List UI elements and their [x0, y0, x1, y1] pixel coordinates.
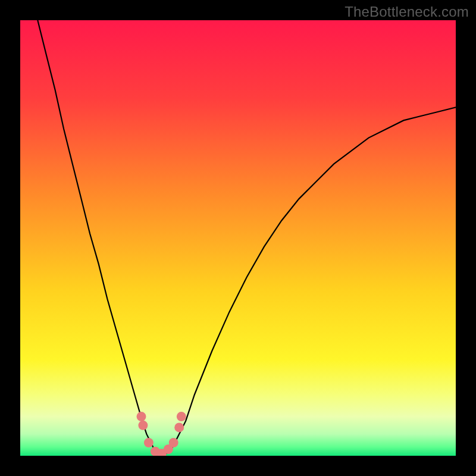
watermark-text: TheBottleneck.com [345, 4, 469, 20]
marker-dot [144, 438, 154, 447]
marker-dot [177, 412, 186, 421]
chart-frame: TheBottleneck.com [0, 0, 476, 476]
marker-dot [169, 438, 178, 447]
gradient-background [20, 20, 456, 456]
marker-dot [174, 422, 184, 432]
bottleneck-chart [20, 20, 456, 456]
marker-dot [137, 412, 146, 421]
marker-dot [138, 421, 148, 430]
